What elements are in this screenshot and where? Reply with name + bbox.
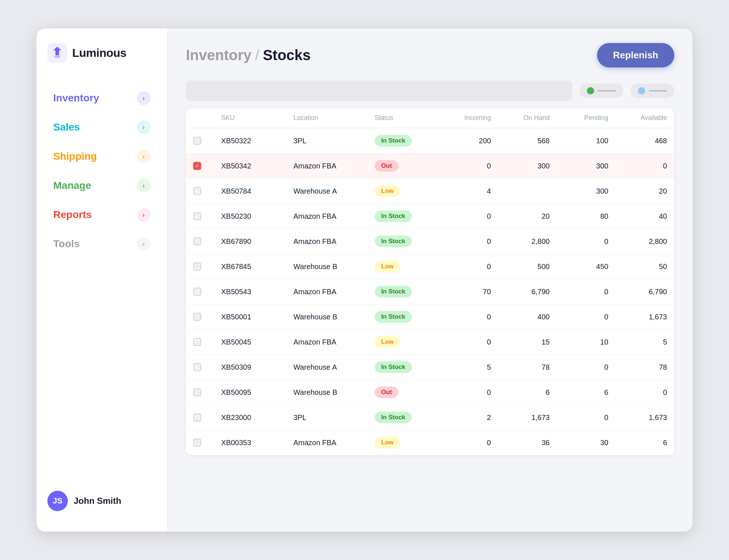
- row-checkbox[interactable]: [193, 388, 201, 396]
- cell-status: In Stock: [367, 355, 440, 380]
- cell-status: In Stock: [367, 304, 440, 330]
- cell-status: Out: [367, 380, 440, 405]
- table-row[interactable]: XB50045 Amazon FBA Low 0 15 10 5: [186, 330, 674, 355]
- sidebar-arrow-shipping: ›: [137, 149, 151, 163]
- filter-pill-green[interactable]: [580, 83, 623, 98]
- cell-status: In Stock: [367, 279, 440, 304]
- col-onhand-header[interactable]: On Hand: [498, 108, 557, 128]
- cell-onhand: 6,790: [498, 279, 557, 304]
- cell-sku: XB23000: [214, 405, 286, 430]
- cell-available: 0: [616, 153, 674, 179]
- col-sku-header[interactable]: SKU: [214, 108, 286, 128]
- sidebar-item-reports[interactable]: Reports ›: [47, 201, 156, 228]
- status-badge: Low: [375, 261, 400, 272]
- cell-available: 468: [616, 128, 674, 153]
- sidebar: Luminous Inventory › Sales › Shipping › …: [36, 28, 168, 532]
- cell-incoming: 0: [440, 204, 498, 229]
- table-row[interactable]: XB50784 Warehouse A Low 4 300 20: [186, 179, 674, 204]
- row-checkbox[interactable]: [193, 338, 201, 346]
- table-row[interactable]: XB50095 Warehouse B Out 0 6 6 0: [186, 380, 674, 405]
- row-checkbox[interactable]: ✓: [193, 162, 201, 170]
- cell-onhand: [498, 179, 557, 204]
- sidebar-item-inventory[interactable]: Inventory ›: [47, 85, 156, 112]
- cell-available: 2,800: [616, 229, 674, 254]
- cell-status: In Stock: [367, 405, 440, 430]
- cell-location: Warehouse A: [286, 355, 367, 380]
- cell-incoming: 200: [440, 128, 498, 153]
- cell-onhand: 300: [498, 153, 557, 179]
- cell-sku: XB50342: [214, 153, 286, 179]
- breadcrumb: Inventory / Stocks: [186, 47, 311, 63]
- sidebar-arrow-inventory: ›: [137, 91, 151, 105]
- cell-location: 3PL: [286, 128, 367, 153]
- table-row[interactable]: XB67845 Warehouse B Low 0 500 450 50: [186, 254, 674, 279]
- cell-status: Out: [367, 153, 440, 179]
- filter-dot-green: [587, 87, 594, 94]
- sidebar-item-label-sales: Sales: [53, 121, 80, 133]
- filter-line-2: [649, 90, 667, 92]
- sidebar-item-shipping[interactable]: Shipping ›: [47, 143, 156, 170]
- row-checkbox[interactable]: [193, 288, 201, 296]
- col-incoming-header[interactable]: Incoming: [440, 108, 498, 128]
- table-row[interactable]: XB50322 3PL In Stock 200 568 100 468: [186, 128, 674, 153]
- col-pending-header[interactable]: Pending: [557, 108, 616, 128]
- row-checkbox[interactable]: [193, 262, 201, 271]
- cell-incoming: 0: [440, 330, 498, 355]
- cell-check: ✓: [186, 153, 214, 179]
- cell-check: [186, 405, 214, 430]
- row-checkbox[interactable]: [193, 212, 201, 220]
- col-check-header: [186, 108, 214, 128]
- row-checkbox[interactable]: [193, 137, 201, 145]
- col-available-header[interactable]: Available: [616, 108, 674, 128]
- cell-sku: XB50784: [214, 179, 286, 204]
- status-badge: In Stock: [375, 210, 412, 222]
- cell-location: Amazon FBA: [286, 153, 367, 179]
- cell-sku: XB50322: [214, 128, 286, 153]
- table-row[interactable]: XB50230 Amazon FBA In Stock 0 20 80 40: [186, 204, 674, 229]
- main-content: Inventory / Stocks Replenish: [168, 28, 693, 532]
- row-checkbox[interactable]: [193, 313, 201, 321]
- status-badge: In Stock: [375, 135, 412, 147]
- cell-incoming: 0: [440, 229, 498, 254]
- table-row[interactable]: XB23000 3PL In Stock 2 1,673 0 1,673: [186, 405, 674, 430]
- filter-pill-blue[interactable]: [631, 83, 674, 98]
- breadcrumb-separator: /: [255, 47, 259, 63]
- cell-sku: XB50095: [214, 380, 286, 405]
- row-checkbox[interactable]: [193, 439, 201, 447]
- breadcrumb-parent[interactable]: Inventory: [186, 47, 252, 63]
- logo-area: Luminous: [47, 43, 156, 63]
- cell-check: [186, 254, 214, 279]
- cell-available: 6: [616, 430, 674, 455]
- col-status-header[interactable]: Status: [367, 108, 440, 128]
- cell-location: 3PL: [286, 405, 367, 430]
- table-row[interactable]: XB00353 Amazon FBA Low 0 36 30 6: [186, 430, 674, 455]
- sidebar-item-manage[interactable]: Manage ›: [47, 172, 156, 199]
- cell-pending: 0: [557, 279, 616, 304]
- cell-sku: XB67890: [214, 229, 286, 254]
- row-checkbox[interactable]: [193, 187, 201, 195]
- row-checkbox[interactable]: [193, 237, 201, 245]
- table-row[interactable]: XB50309 Warehouse A In Stock 5 78 0 78: [186, 355, 674, 380]
- cell-pending: 10: [557, 330, 616, 355]
- cell-incoming: 0: [440, 153, 498, 179]
- table-row[interactable]: ✓ XB50342 Amazon FBA Out 0 300 300 0: [186, 153, 674, 179]
- row-checkbox[interactable]: [193, 363, 201, 371]
- cell-check: [186, 355, 214, 380]
- cell-pending: 30: [557, 430, 616, 455]
- cell-location: Warehouse A: [286, 179, 367, 204]
- sidebar-arrow-tools: ›: [137, 237, 151, 251]
- search-input[interactable]: [186, 81, 572, 101]
- table-row[interactable]: XB50543 Amazon FBA In Stock 70 6,790 0 6…: [186, 279, 674, 304]
- status-badge: In Stock: [375, 412, 412, 423]
- cell-sku: XB00353: [214, 430, 286, 455]
- table-row[interactable]: XB50001 Warehouse B In Stock 0 400 0 1,6…: [186, 304, 674, 330]
- col-location-header[interactable]: Location: [286, 108, 367, 128]
- row-checkbox[interactable]: [193, 413, 201, 421]
- sidebar-arrow-reports: ›: [137, 208, 151, 222]
- cell-available: 50: [616, 254, 674, 279]
- sidebar-item-tools[interactable]: Tools ›: [47, 230, 156, 257]
- sidebar-item-sales[interactable]: Sales ›: [47, 114, 156, 141]
- cell-location: Warehouse B: [286, 380, 367, 405]
- table-row[interactable]: XB67890 Amazon FBA In Stock 0 2,800 0 2,…: [186, 229, 674, 254]
- replenish-button[interactable]: Replenish: [597, 43, 674, 67]
